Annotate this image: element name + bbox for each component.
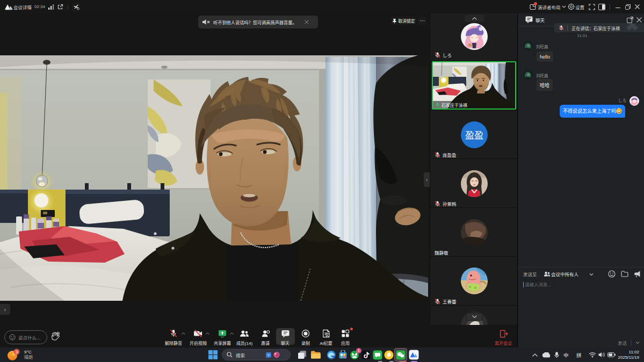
svg-text:盈盈: 盈盈: [465, 128, 483, 141]
svg-text:3: 3: [16, 349, 18, 354]
